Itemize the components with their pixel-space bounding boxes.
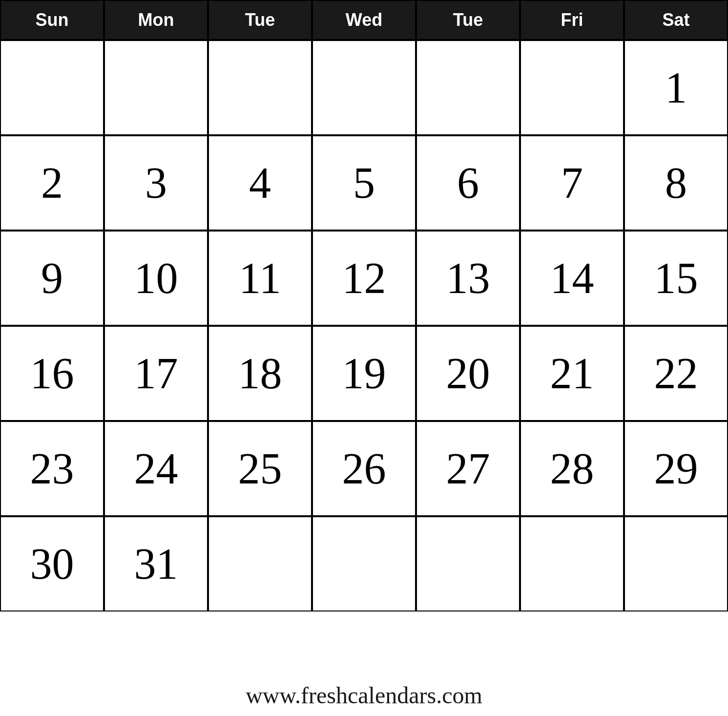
- calendar-header-row: Sun Mon Tue Wed Tue Fri Sat: [0, 0, 728, 40]
- day-cell-5-2: [208, 516, 312, 611]
- day-number-13: 13: [422, 236, 514, 320]
- day-cell-1-0: 2: [0, 135, 104, 231]
- day-cell-4-3: 26: [312, 421, 416, 516]
- day-cell-3-1: 17: [104, 326, 208, 421]
- day-cell-5-6: [624, 516, 728, 611]
- week-row-5: 3031: [0, 516, 728, 611]
- day-cell-5-5: [520, 516, 624, 611]
- day-cell-3-0: 16: [0, 326, 104, 421]
- day-cell-2-1: 10: [104, 231, 208, 326]
- week-row-2: 9101112131415: [0, 231, 728, 326]
- day-cell-2-6: 15: [624, 231, 728, 326]
- header-wed: Wed: [312, 0, 416, 40]
- day-number-9: 9: [6, 236, 98, 320]
- day-cell-3-4: 20: [416, 326, 520, 421]
- day-cell-5-0: 30: [0, 516, 104, 611]
- day-cell-3-2: 18: [208, 326, 312, 421]
- day-cell-4-5: 28: [520, 421, 624, 516]
- day-cell-5-1: 31: [104, 516, 208, 611]
- day-cell-1-2: 4: [208, 135, 312, 231]
- day-cell-5-4: [416, 516, 520, 611]
- day-number-1: 1: [630, 46, 722, 129]
- day-number-23: 23: [6, 427, 98, 510]
- day-cell-0-2: [208, 40, 312, 135]
- day-number-31: 31: [110, 522, 202, 606]
- day-number-30: 30: [6, 522, 98, 606]
- day-cell-1-5: 7: [520, 135, 624, 231]
- day-number-10: 10: [110, 236, 202, 320]
- day-cell-2-3: 12: [312, 231, 416, 326]
- day-cell-5-3: [312, 516, 416, 611]
- header-sat: Sat: [624, 0, 728, 40]
- day-cell-0-0: [0, 40, 104, 135]
- day-number-5: 5: [318, 141, 410, 225]
- day-number-15: 15: [630, 236, 722, 320]
- day-number-20: 20: [422, 332, 514, 415]
- day-number-7: 7: [526, 141, 618, 225]
- day-number-3: 3: [110, 141, 202, 225]
- day-number-4: 4: [214, 141, 306, 225]
- day-number-17: 17: [110, 332, 202, 415]
- day-number-28: 28: [526, 427, 618, 510]
- calendar-table: Sun Mon Tue Wed Tue Fri Sat 123456789101…: [0, 0, 728, 672]
- header-sun: Sun: [0, 0, 104, 40]
- calendar-container: Sun Mon Tue Wed Tue Fri Sat 123456789101…: [0, 0, 728, 716]
- day-cell-2-4: 13: [416, 231, 520, 326]
- day-cell-0-1: [104, 40, 208, 135]
- day-number-18: 18: [214, 332, 306, 415]
- week-row-1: 2345678: [0, 135, 728, 231]
- day-number-2: 2: [6, 141, 98, 225]
- day-cell-1-3: 5: [312, 135, 416, 231]
- day-number-16: 16: [6, 332, 98, 415]
- day-number-21: 21: [526, 332, 618, 415]
- day-cell-3-3: 19: [312, 326, 416, 421]
- footer-url: www.freshcalendars.com: [246, 682, 482, 708]
- day-number-25: 25: [214, 427, 306, 510]
- header-fri: Fri: [520, 0, 624, 40]
- day-cell-2-0: 9: [0, 231, 104, 326]
- calendar-footer: www.freshcalendars.com: [0, 672, 728, 716]
- day-cell-3-6: 22: [624, 326, 728, 421]
- day-number-29: 29: [630, 427, 722, 510]
- day-number-19: 19: [318, 332, 410, 415]
- day-number-6: 6: [422, 141, 514, 225]
- day-cell-2-5: 14: [520, 231, 624, 326]
- day-cell-0-4: [416, 40, 520, 135]
- day-cell-4-6: 29: [624, 421, 728, 516]
- header-mon: Mon: [104, 0, 208, 40]
- week-row-0: 1: [0, 40, 728, 135]
- day-number-8: 8: [630, 141, 722, 225]
- day-number-14: 14: [526, 236, 618, 320]
- day-number-12: 12: [318, 236, 410, 320]
- day-cell-1-1: 3: [104, 135, 208, 231]
- day-number-24: 24: [110, 427, 202, 510]
- week-row-3: 16171819202122: [0, 326, 728, 421]
- day-cell-1-4: 6: [416, 135, 520, 231]
- day-cell-4-1: 24: [104, 421, 208, 516]
- day-number-22: 22: [630, 332, 722, 415]
- day-cell-0-6: 1: [624, 40, 728, 135]
- day-cell-0-5: [520, 40, 624, 135]
- day-number-26: 26: [318, 427, 410, 510]
- day-cell-4-2: 25: [208, 421, 312, 516]
- header-tue1: Tue: [208, 0, 312, 40]
- day-cell-2-2: 11: [208, 231, 312, 326]
- calendar-body: 1234567891011121314151617181920212223242…: [0, 40, 728, 672]
- header-tue2: Tue: [416, 0, 520, 40]
- day-cell-4-4: 27: [416, 421, 520, 516]
- day-cell-0-3: [312, 40, 416, 135]
- week-row-4: 23242526272829: [0, 421, 728, 516]
- day-number-27: 27: [422, 427, 514, 510]
- day-cell-1-6: 8: [624, 135, 728, 231]
- day-cell-3-5: 21: [520, 326, 624, 421]
- day-number-11: 11: [214, 236, 306, 320]
- day-cell-4-0: 23: [0, 421, 104, 516]
